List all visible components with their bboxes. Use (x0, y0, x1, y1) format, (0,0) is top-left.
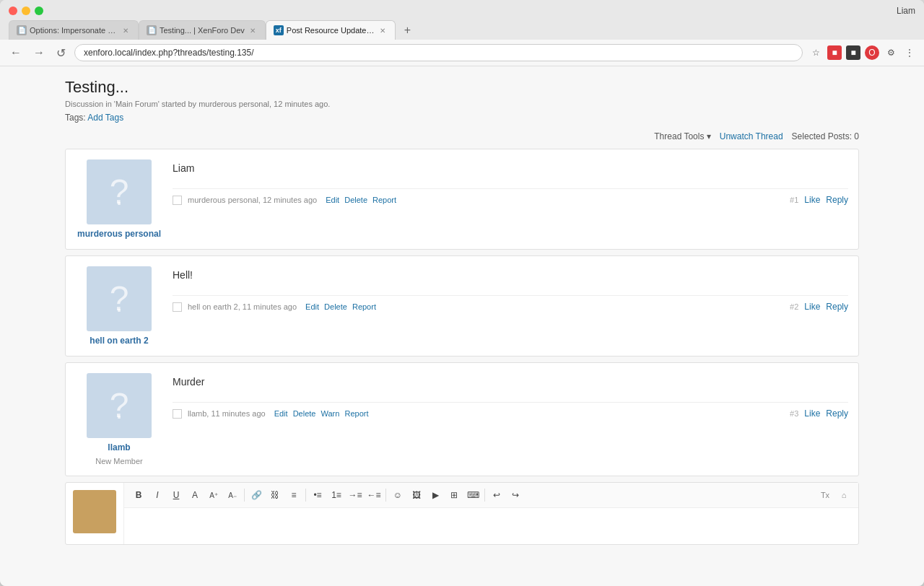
editor-font-size-down[interactable]: A₋ (224, 486, 241, 504)
post-3-reply[interactable]: Reply (826, 408, 848, 419)
post-1-avatar: ? . (87, 159, 152, 224)
editor-indent[interactable]: →≡ (346, 486, 364, 504)
forward-button[interactable]: → (30, 45, 48, 61)
editor-font-size-up[interactable]: A⁺ (205, 486, 222, 504)
post-3-body: Murder llamb, 11 minutes ago Edit Delete… (173, 373, 848, 465)
address-input[interactable] (74, 44, 803, 61)
tab-2[interactable]: 📄 Testing... | XenForo Dev ✕ (139, 20, 266, 40)
post-2-body: Hell! hell on earth 2, 11 minutes ago Ed… (173, 266, 848, 346)
post-3-delete[interactable]: Delete (293, 409, 316, 418)
post-1-actions: Edit Delete Report (323, 196, 396, 204)
editor-source[interactable]: ⌂ (835, 486, 853, 504)
editor-font-color[interactable]: A (186, 486, 204, 504)
post-2-edit[interactable]: Edit (305, 302, 319, 311)
editor-table[interactable]: ⊞ (445, 486, 463, 504)
tab-3[interactable]: xf Post Resource Update | XenFo... ✕ (266, 20, 396, 40)
browser-titlebar: Liam 📄 Options: Impersonate User | A... … (0, 0, 924, 40)
editor-content-area[interactable] (124, 508, 858, 544)
editor-undo[interactable]: ↩ (488, 486, 505, 504)
opera-icon[interactable]: O (865, 45, 879, 60)
add-tags-link[interactable]: Add Tags (87, 113, 123, 123)
extension-icon-1[interactable]: ■ (827, 45, 842, 60)
minimize-button[interactable] (22, 6, 30, 15)
address-bar: ← → ↺ ☆ ■ ■ O ⚙ ⋮ (0, 40, 924, 66)
reply-sidebar (66, 483, 123, 544)
dropdown-icon: ▾ (707, 131, 711, 141)
editor-redo[interactable]: ↪ (507, 486, 524, 504)
tab-label-3: Post Resource Update | XenFo... (287, 26, 375, 35)
selected-posts-count: Selected Posts: 0 (792, 131, 859, 141)
post-2-username[interactable]: hell on earth 2 (90, 336, 148, 346)
editor-list-bullet[interactable]: •≡ (309, 486, 326, 504)
browser-user: Liam (897, 6, 915, 16)
thread-tools-button[interactable]: Thread Tools ▾ (654, 131, 711, 141)
post-2-timestamp: hell on earth 2, 11 minutes ago (188, 302, 297, 311)
editor-sep-3 (385, 489, 386, 502)
new-tab-button[interactable]: + (398, 21, 417, 40)
post-2-checkbox[interactable] (173, 302, 182, 312)
browser-window: Liam 📄 Options: Impersonate User | A... … (0, 0, 924, 586)
post-1-delete[interactable]: Delete (344, 196, 367, 204)
close-button[interactable] (9, 6, 17, 15)
reply-editor-wrapper: B I U A A⁺ A₋ 🔗 ⛓ ≡ •≡ 1≡ →≡ (65, 482, 859, 545)
post-1-report[interactable]: Report (372, 196, 396, 204)
post-3-edit[interactable]: Edit (274, 409, 288, 418)
browser-controls: Liam (9, 6, 915, 16)
post-3-number: #3 (790, 409, 798, 418)
extension-icon-2[interactable]: ■ (846, 45, 860, 60)
post-2-actions: Edit Delete Report (302, 302, 376, 311)
post-2-sidebar: ? . hell on earth 2 (76, 266, 162, 346)
post-3-checkbox[interactable] (173, 409, 182, 419)
bookmark-icon[interactable]: ☆ (808, 45, 823, 60)
editor-media[interactable]: ▶ (427, 486, 444, 504)
settings-icon[interactable]: ⚙ (884, 45, 898, 60)
tags-label: Tags: (65, 113, 86, 123)
back-button[interactable]: ← (7, 45, 25, 61)
thread-meta: Discussion in 'Main Forum' started by mu… (65, 100, 859, 108)
editor-sep-4 (484, 489, 485, 502)
post-2-report[interactable]: Report (352, 302, 376, 311)
post-3-report[interactable]: Report (344, 409, 368, 418)
post-1-checkbox[interactable] (173, 196, 182, 205)
post-3-content: Murder (173, 373, 848, 402)
tab-1[interactable]: 📄 Options: Impersonate User | A... ✕ (9, 20, 139, 40)
post-2-inner: ? . hell on earth 2 Hell! hell on earth … (66, 256, 858, 356)
post-1: ? . murderous personal Liam murderous pe… (65, 149, 859, 250)
editor-italic[interactable]: I (149, 486, 166, 504)
editor-outdent[interactable]: ←≡ (365, 486, 383, 504)
post-1-reply[interactable]: Reply (826, 195, 848, 205)
editor-code[interactable]: ⌨ (464, 486, 481, 504)
more-icon[interactable]: ⋮ (902, 45, 917, 60)
post-1-edit[interactable]: Edit (326, 196, 339, 204)
editor-align[interactable]: ≡ (285, 486, 302, 504)
post-2-number: #2 (790, 302, 798, 311)
editor-list-ordered[interactable]: 1≡ (328, 486, 345, 504)
post-3-avatar: ? . (87, 373, 152, 438)
post-1-username[interactable]: murderous personal (77, 229, 161, 239)
post-2-like[interactable]: Like (804, 302, 820, 312)
tab-label-1: Options: Impersonate User | A... (30, 26, 118, 35)
unwatch-thread-link[interactable]: Unwatch Thread (720, 131, 783, 141)
tab-close-3[interactable]: ✕ (378, 25, 388, 35)
reload-button[interactable]: ↺ (53, 45, 69, 61)
post-1-like[interactable]: Like (804, 195, 820, 205)
editor-underline[interactable]: U (167, 486, 185, 504)
editor-clear-format[interactable]: Tx (816, 486, 834, 504)
tab-favicon-1: 📄 (17, 25, 27, 35)
editor-image[interactable]: 🖼 (408, 486, 425, 504)
editor-link[interactable]: 🔗 (248, 486, 265, 504)
post-2-delete[interactable]: Delete (324, 302, 347, 311)
editor-unlink[interactable]: ⛓ (266, 486, 284, 504)
post-1-content: Liam (173, 159, 848, 188)
avatar-dot-3: . (116, 395, 123, 425)
editor-emoji[interactable]: ☺ (389, 486, 406, 504)
post-3-username[interactable]: llamb (108, 442, 130, 452)
tab-close-1[interactable]: ✕ (121, 25, 131, 35)
maximize-button[interactable] (35, 6, 43, 15)
post-1-footer-right: #1 Like Reply (790, 195, 848, 205)
tab-close-2[interactable]: ✕ (248, 25, 258, 35)
post-2-reply[interactable]: Reply (826, 302, 848, 312)
post-3-like[interactable]: Like (804, 408, 820, 419)
post-3-warn[interactable]: Warn (321, 409, 340, 418)
editor-bold[interactable]: B (130, 486, 147, 504)
